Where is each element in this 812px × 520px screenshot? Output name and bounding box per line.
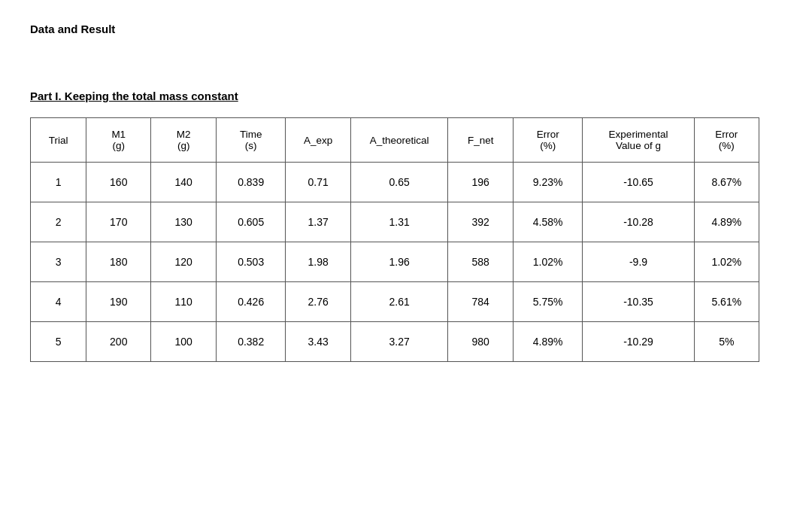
cell-atheoretical-1: 0.65 xyxy=(350,163,448,202)
cell-expval-5: -10.29 xyxy=(583,322,694,362)
col-header-aexp: A_exp xyxy=(286,118,350,163)
col-header-fnet: F_net xyxy=(448,118,513,163)
cell-fnet-3: 588 xyxy=(448,242,513,282)
col-header-trial: Trial xyxy=(31,118,86,163)
cell-error1-5: 4.89% xyxy=(513,322,583,362)
cell-aexp-2: 1.37 xyxy=(286,202,350,242)
cell-m2-4: 110 xyxy=(151,282,216,322)
table-row: 11601400.8390.710.651969.23%-10.658.67% xyxy=(31,163,759,202)
cell-m1-1: 160 xyxy=(86,163,151,202)
cell-fnet-4: 784 xyxy=(448,282,513,322)
cell-m2-5: 100 xyxy=(151,322,216,362)
cell-fnet-2: 392 xyxy=(448,202,513,242)
cell-aexp-5: 3.43 xyxy=(286,322,350,362)
cell-error2-5: 5% xyxy=(694,322,759,362)
page-main-title: Data and Result xyxy=(30,23,782,35)
cell-trial-3: 3 xyxy=(31,242,86,282)
cell-m2-2: 130 xyxy=(151,202,216,242)
cell-m1-3: 180 xyxy=(86,242,151,282)
cell-trial-1: 1 xyxy=(31,163,86,202)
table-row: 41901100.4262.762.617845.75%-10.355.61% xyxy=(31,282,759,322)
table-row: 31801200.5031.981.965881.02%-9.91.02% xyxy=(31,242,759,282)
cell-error1-3: 1.02% xyxy=(513,242,583,282)
cell-atheoretical-2: 1.31 xyxy=(350,202,448,242)
cell-time-3: 0.503 xyxy=(216,242,286,282)
cell-trial-4: 4 xyxy=(31,282,86,322)
cell-m2-3: 120 xyxy=(151,242,216,282)
cell-m1-5: 200 xyxy=(86,322,151,362)
cell-time-2: 0.605 xyxy=(216,202,286,242)
col-header-error1: Error(%) xyxy=(513,118,583,163)
col-header-m1: M1(g) xyxy=(86,118,151,163)
cell-expval-3: -9.9 xyxy=(583,242,694,282)
col-header-error2: Error(%) xyxy=(694,118,759,163)
cell-error2-3: 1.02% xyxy=(694,242,759,282)
table-header-row: Trial M1(g) M2(g) Time(s) A_exp A_theore… xyxy=(31,118,759,163)
cell-error1-2: 4.58% xyxy=(513,202,583,242)
cell-error1-4: 5.75% xyxy=(513,282,583,322)
section-title: Part I. Keeping the total mass constant xyxy=(30,90,782,102)
cell-m1-4: 190 xyxy=(86,282,151,322)
cell-time-5: 0.382 xyxy=(216,322,286,362)
cell-expval-4: -10.35 xyxy=(583,282,694,322)
cell-atheoretical-4: 2.61 xyxy=(350,282,448,322)
cell-error2-4: 5.61% xyxy=(694,282,759,322)
cell-aexp-3: 1.98 xyxy=(286,242,350,282)
cell-atheoretical-5: 3.27 xyxy=(350,322,448,362)
cell-fnet-5: 980 xyxy=(448,322,513,362)
cell-fnet-1: 196 xyxy=(448,163,513,202)
cell-error2-2: 4.89% xyxy=(694,202,759,242)
cell-aexp-1: 0.71 xyxy=(286,163,350,202)
table-row: 52001000.3823.433.279804.89%-10.295% xyxy=(31,322,759,362)
cell-m2-1: 140 xyxy=(151,163,216,202)
cell-expval-2: -10.28 xyxy=(583,202,694,242)
data-table: Trial M1(g) M2(g) Time(s) A_exp A_theore… xyxy=(30,117,759,362)
cell-m1-2: 170 xyxy=(86,202,151,242)
col-header-expval: ExperimentalValue of g xyxy=(583,118,694,163)
cell-expval-1: -10.65 xyxy=(583,163,694,202)
cell-error1-1: 9.23% xyxy=(513,163,583,202)
cell-error2-1: 8.67% xyxy=(694,163,759,202)
col-header-time: Time(s) xyxy=(216,118,286,163)
cell-trial-5: 5 xyxy=(31,322,86,362)
col-header-m2: M2(g) xyxy=(151,118,216,163)
cell-trial-2: 2 xyxy=(31,202,86,242)
cell-aexp-4: 2.76 xyxy=(286,282,350,322)
cell-time-4: 0.426 xyxy=(216,282,286,322)
table-row: 21701300.6051.371.313924.58%-10.284.89% xyxy=(31,202,759,242)
col-header-atheoretical: A_theoretical xyxy=(350,118,448,163)
cell-time-1: 0.839 xyxy=(216,163,286,202)
cell-atheoretical-3: 1.96 xyxy=(350,242,448,282)
